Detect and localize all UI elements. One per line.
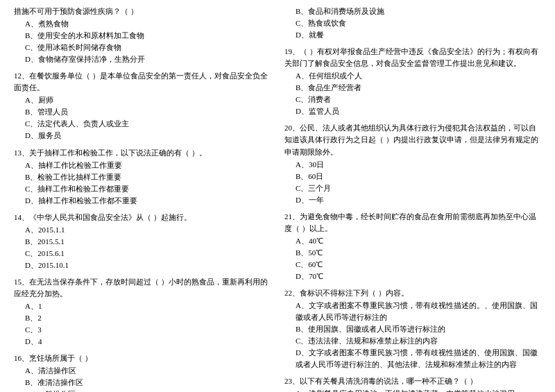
option: A、1	[25, 300, 271, 312]
option: B、准清洁操作区	[25, 377, 271, 389]
page-content: 措施不可用于预防食源性疾病？（ ） A、煮熟食物 B、使用安全的水和原材料加工食…	[14, 6, 541, 392]
option: B、使用安全的水和原材料加工食物	[25, 30, 271, 42]
option: B、管理人员	[25, 106, 271, 118]
question-text: 12、在餐饮服务单位（ ）是本单位食品安全的第一责任人，对食品安全负全面责任。	[14, 70, 271, 94]
option: D、4	[25, 336, 271, 348]
question-15: 15、在无法当保存条件下，存放时间超过（ ）小时的熟食品，重新再利用的应经充分加…	[14, 276, 271, 348]
option: C、三个月	[296, 182, 541, 194]
question-text: 19、（ ）有权对举报食品生产经营中违反《食品安全法》的行为；有权向有关部门了解…	[284, 46, 541, 69]
option: B、使用国旗、国徽或者人民币等进行标注的	[296, 323, 541, 335]
option: B、50℃	[296, 247, 541, 259]
option: D、一年	[296, 194, 541, 206]
option: A、洗刷餐具应专用洗池，不得与清洗蔬菜、肉类等其他水池混用	[296, 388, 541, 392]
question-16: 16、烹饪场所属于（ ） A、清洁操作区 B、准清洁操作区 C、一般操作区 D、…	[14, 352, 271, 392]
option: A、文字或者图案不尊重民族习惯，带有歧视性描述的。、使用国旗、国徽或者人民币等进…	[296, 300, 541, 323]
option: A、抽样工作比检验工作重要	[25, 160, 271, 171]
option: D、监管人员	[296, 105, 541, 117]
question-13: 13、关于抽样工作和检验工作，以下说法正确的有（ ）。 A、抽样工作比检验工作重…	[14, 147, 271, 207]
option: A、清洁操作区	[25, 365, 271, 377]
question-text: 13、关于抽样工作和检验工作，以下说法正确的有（ ）。	[14, 147, 271, 159]
option: C、使用冰箱长时间储存食物	[25, 42, 271, 53]
option: C、2015.6.1	[25, 248, 271, 259]
right-column: B、食品和消费场所及设施 C、熟食或饮食 D、就餐 19、（ ）有权对举报食品生…	[284, 6, 541, 392]
option: C、抽样工作和检验工作都重要	[25, 183, 271, 195]
option: A、30日	[296, 159, 541, 171]
question-19: 19、（ ）有权对举报食品生产经营中违反《食品安全法》的行为；有权向有关部门了解…	[284, 46, 541, 117]
question-text: 20、公民、法人或者其他组织认为具体行政行为侵犯其合法权益的，可以自知道该具体行…	[284, 122, 541, 157]
option: C、消费者	[296, 94, 541, 105]
question-18-cont: B、食品和消费场所及设施 C、熟食或饮食 D、就餐	[284, 6, 541, 41]
option: D、文字或者图案不尊重民族习惯，带有歧视性描述的、使用国旗、国徽或者人民币等进行…	[296, 347, 541, 370]
option: B、2	[25, 312, 271, 324]
option: B、检验工作比抽样工作重要	[25, 171, 271, 183]
question-text: 22、食标识不得标注下列（ ）内容。	[284, 287, 541, 299]
option: D、70℃	[296, 271, 541, 282]
option: C、法定代表人、负责人或业主	[25, 118, 271, 130]
question-text: 14、《中华人民共和国食品安全法》从（ ）起施行。	[14, 212, 271, 223]
question-20: 20、公民、法人或者其他组织认为具体行政行为侵犯其合法权益的，可以自知道该具体行…	[284, 122, 541, 205]
option: B、食品生产经营者	[296, 82, 541, 94]
option: A、煮熟食物	[25, 18, 271, 30]
option: C、60℃	[296, 259, 541, 271]
question-text: 23、以下有关餐具清洗消毒的说法，哪一种不正确？（ ）	[284, 375, 541, 387]
question-12: 12、在餐饮服务单位（ ）是本单位食品安全的第一责任人，对食品安全负全面责任。 …	[14, 70, 271, 142]
option: C、3	[25, 324, 271, 336]
option: D、食物储存室保持洁净，生熟分开	[25, 53, 271, 65]
option: B、2015.5.1	[25, 236, 271, 248]
question-intro-text: 措施不可用于预防食源性疾病？（ ）	[14, 6, 271, 17]
question-text: 15、在无法当保存条件下，存放时间超过（ ）小时的熟食品，重新再利用的应经充分加…	[14, 276, 271, 300]
question-14: 14、《中华人民共和国食品安全法》从（ ）起施行。 A、2015.1.1 B、2…	[14, 212, 271, 271]
option: C、违法法律、法规和标准禁止标注的内容	[296, 335, 541, 347]
option: A、任何组织或个人	[296, 70, 541, 82]
option: B、食品和消费场所及设施	[296, 6, 541, 17]
question-text: 21、为避免食物中毒，经长时间贮存的食品在食用前需彻底再加热至中心温度（ ）以上…	[284, 211, 541, 235]
question-23: 23、以下有关餐具清洗消毒的说法，哪一种不正确？（ ） A、洗刷餐具应专用洗池，…	[284, 375, 541, 392]
question-22: 22、食标识不得标注下列（ ）内容。 A、文字或者图案不尊重民族习惯，带有歧视性…	[284, 287, 541, 370]
option: D、2015.10.1	[25, 259, 271, 271]
left-column: 措施不可用于预防食源性疾病？（ ） A、煮熟食物 B、使用安全的水和原材料加工食…	[14, 6, 271, 392]
option: B、60日	[296, 171, 541, 182]
option: D、服务员	[25, 130, 271, 142]
question-21: 21、为避免食物中毒，经长时间贮存的食品在食用前需彻底再加热至中心温度（ ）以上…	[284, 211, 541, 282]
option: A、40℃	[296, 235, 541, 247]
question-intro: 措施不可用于预防食源性疾病？（ ） A、煮熟食物 B、使用安全的水和原材料加工食…	[14, 6, 271, 65]
option: C、一般操作区	[25, 389, 271, 392]
option: D、就餐	[296, 29, 541, 41]
option: C、熟食或饮食	[296, 17, 541, 29]
option: A、厨师	[25, 94, 271, 106]
option: D、抽样工作和检验工作都不重要	[25, 195, 271, 207]
option: A、2015.1.1	[25, 224, 271, 236]
question-text: 16、烹饪场所属于（ ）	[14, 352, 271, 364]
